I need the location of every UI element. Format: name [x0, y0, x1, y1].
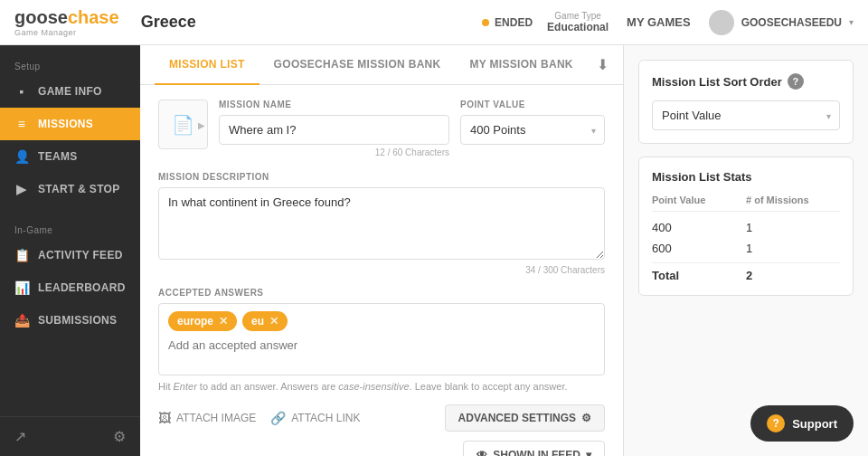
point-value-label: POINT VALUE	[460, 100, 605, 109]
sidebar-ingame-label: In-Game	[0, 218, 140, 239]
stats-row-400: 400 1	[652, 217, 840, 238]
stats-total-label: Total	[652, 269, 746, 282]
mission-fields: MISSION NAME 12 / 60 Characters POINT VA…	[219, 100, 605, 157]
sidebar-ingame-section: In-Game 📋 ACTIVITY FEED 📊 LEADERBOARD 📤 …	[0, 209, 140, 340]
sidebar-setup-section: Setup ▪ GAME INFO ≡ MISSIONS 👤 TEAMS ▶ S…	[0, 45, 140, 209]
action-row: 🖼 ATTACH IMAGE 🔗 ATTACH LINK ADVANCED SE…	[158, 404, 605, 432]
sort-select-wrap: Point Value Alphabetical ▾	[652, 100, 840, 130]
add-answer-input[interactable]	[168, 337, 595, 354]
sidebar-item-leaderboard[interactable]: 📊 LEADERBOARD	[0, 271, 140, 304]
sort-order-panel: Mission List Sort Order ? Point Value Al…	[638, 60, 854, 144]
status-text: ENDED	[495, 16, 533, 29]
image-icon: 🖼	[158, 411, 171, 425]
page-title: Greece	[141, 13, 196, 32]
tab-mission-list[interactable]: MISSION LIST	[155, 45, 259, 85]
feed-chevron-icon: ▾	[586, 449, 591, 456]
mission-desc-chars: 34 / 300 Characters	[158, 265, 605, 275]
sort-help-icon[interactable]: ?	[788, 73, 804, 90]
sort-order-title: Mission List Sort Order ?	[652, 73, 840, 90]
status-dot	[482, 19, 489, 26]
sidebar-item-label: START & STOP	[38, 183, 120, 195]
sidebar-item-label: GAME INFO	[38, 85, 102, 98]
user-menu[interactable]: GOOSECHASEEDU ▾	[709, 10, 854, 35]
shown-in-feed-button[interactable]: 👁 SHOWN IN FEED ▾	[463, 441, 605, 456]
header: goosechase Game Manager Greece ENDED Gam…	[0, 0, 868, 45]
sidebar-item-activity-feed[interactable]: 📋 ACTIVITY FEED	[0, 239, 140, 271]
sidebar-footer: ↗ ⚙	[0, 416, 140, 456]
stats-total-value: 2	[746, 269, 840, 282]
name-points-row: MISSION NAME 12 / 60 Characters POINT VA…	[219, 100, 605, 157]
attach-link-button[interactable]: 🔗 ATTACH LINK	[270, 411, 360, 425]
download-icon[interactable]: ⬇	[597, 56, 609, 73]
point-value-group: POINT VALUE 400 Points 200 Points 600 Po…	[460, 100, 605, 157]
chevron-down-icon: ▾	[849, 17, 854, 27]
logo-sub: Game Manager	[14, 28, 119, 37]
tabs: MISSION LIST GOOSECHASE MISSION BANK MY …	[140, 45, 623, 85]
remove-europe-icon[interactable]: ✕	[219, 315, 228, 328]
stats-panel: Mission List Stats Point Value # of Miss…	[638, 157, 854, 296]
stats-cell-missions-1: 1	[746, 221, 840, 234]
sort-select[interactable]: Point Value Alphabetical	[652, 100, 840, 130]
stats-row-600: 600 1	[652, 238, 840, 259]
support-button[interactable]: ? Support	[750, 405, 854, 442]
mission-name-group: MISSION NAME 12 / 60 Characters	[219, 100, 449, 157]
sidebar-item-label: MISSIONS	[38, 118, 93, 130]
my-games-link[interactable]: MY GAMES	[627, 15, 691, 29]
accepted-answers-label: ACCEPTED ANSWERS	[158, 288, 605, 298]
answer-hint: Hit Enter to add an answer. Answers are …	[158, 381, 605, 392]
link-icon: 🔗	[270, 411, 286, 425]
stats-title: Mission List Stats	[652, 170, 840, 184]
mission-thumbnail[interactable]: 📄 ▶	[158, 100, 208, 149]
sidebar-item-submissions[interactable]: 📤 SUBMISSIONS	[0, 304, 140, 337]
leaderboard-icon: 📊	[14, 280, 29, 295]
stats-total: Total 2	[652, 262, 840, 282]
sidebar: Setup ▪ GAME INFO ≡ MISSIONS 👤 TEAMS ▶ S…	[0, 45, 140, 456]
gear-icon: ⚙	[581, 412, 591, 424]
mission-desc-input[interactable]	[158, 187, 605, 260]
logo: goosechase Game Manager	[14, 7, 119, 37]
missions-icon: ≡	[14, 117, 29, 131]
settings-icon[interactable]: ⚙	[113, 428, 126, 445]
stats-header: Point Value # of Missions	[652, 195, 840, 212]
sidebar-item-label: TEAMS	[38, 150, 78, 163]
remove-eu-icon[interactable]: ✕	[269, 315, 278, 328]
game-type-value: Educational	[547, 21, 609, 33]
point-value-select-wrap: 400 Points 200 Points 600 Points ▾	[460, 115, 605, 145]
mission-name-label: MISSION NAME	[219, 100, 449, 109]
main-content: MISSION LIST GOOSECHASE MISSION BANK MY …	[140, 45, 868, 456]
tab-goosechase-bank[interactable]: GOOSECHASE MISSION BANK	[259, 45, 456, 85]
share-icon[interactable]: ↗	[14, 428, 26, 445]
avatar	[709, 10, 734, 35]
sidebar-item-label: SUBMISSIONS	[38, 314, 117, 327]
answer-tag-eu: eu ✕	[242, 311, 288, 331]
stats-cell-missions-2: 1	[746, 242, 840, 255]
stats-cell-400: 400	[652, 221, 746, 234]
content-area: MISSION LIST GOOSECHASE MISSION BANK MY …	[140, 45, 624, 456]
feed-row: 👁 SHOWN IN FEED ▾	[158, 441, 605, 456]
tag-label: eu	[251, 315, 264, 328]
username: GOOSECHASEEDU	[741, 16, 842, 29]
accepted-answers-group: ACCEPTED ANSWERS europe ✕ eu ✕	[158, 288, 605, 392]
sidebar-item-missions[interactable]: ≡ MISSIONS	[0, 108, 140, 140]
sidebar-item-game-info[interactable]: ▪ GAME INFO	[0, 75, 140, 108]
advanced-settings-button[interactable]: ADVANCED SETTINGS ⚙	[445, 404, 605, 432]
thumb-arrow-icon: ▶	[198, 119, 205, 129]
point-value-select[interactable]: 400 Points 200 Points 600 Points	[460, 115, 605, 145]
answers-container[interactable]: europe ✕ eu ✕	[158, 303, 605, 375]
game-type-label: Game Type	[547, 11, 609, 21]
sidebar-item-label: LEADERBOARD	[38, 281, 126, 294]
mission-form: 📄 ▶ MISSION NAME 12 / 60 Characters POIN…	[140, 85, 623, 456]
sidebar-item-teams[interactable]: 👤 TEAMS	[0, 140, 140, 173]
attach-image-button[interactable]: 🖼 ATTACH IMAGE	[158, 411, 256, 425]
activity-icon: 📋	[14, 248, 29, 262]
support-label: Support	[792, 417, 837, 431]
mission-name-input[interactable]	[219, 115, 449, 145]
right-panel: Mission List Sort Order ? Point Value Al…	[624, 45, 868, 456]
sidebar-item-start-stop[interactable]: ▶ START & STOP	[0, 173, 140, 205]
game-type: Game Type Educational	[547, 11, 609, 33]
thumb-icon: 📄	[172, 114, 194, 136]
sidebar-setup-label: Setup	[0, 54, 140, 75]
support-icon: ?	[767, 414, 785, 432]
tab-my-bank[interactable]: MY MISSION BANK	[456, 45, 588, 85]
game-icon: ▪	[14, 84, 29, 99]
